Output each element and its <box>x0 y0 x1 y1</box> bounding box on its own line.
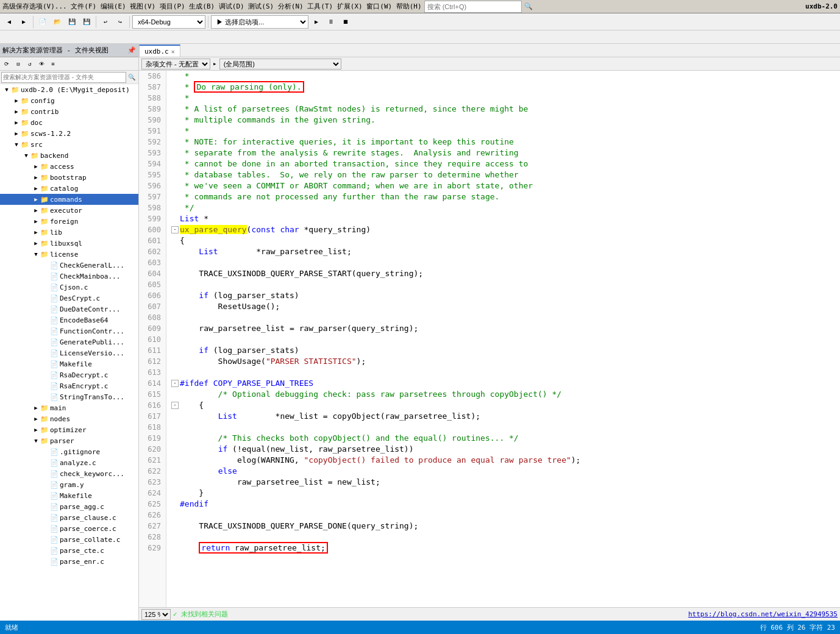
tree-item[interactable]: ▶📁catalog <box>0 183 138 194</box>
tree-item[interactable]: 📄EncodeBase64 <box>0 315 138 326</box>
stop-btn[interactable]: ⏹ <box>339 15 352 29</box>
tree-item[interactable]: ▶📁config <box>0 95 138 106</box>
tree-toggle-icon[interactable]: ▶ <box>12 107 21 116</box>
tree-item[interactable]: 📄parse_coerce.c <box>0 523 138 534</box>
tree-toggle-icon[interactable]: ▶ <box>32 239 40 248</box>
code-line[interactable]: /* This checks both copyObject() and the… <box>166 433 840 444</box>
code-line[interactable]: * multiple commands in the given string. <box>166 115 840 126</box>
config-dropdown[interactable]: x64-Debug <box>132 15 205 29</box>
tree-item[interactable]: 📄gram.y <box>0 479 138 490</box>
panel-search-input[interactable] <box>1 72 126 83</box>
tree-item[interactable]: ▶📁executor <box>0 205 138 216</box>
title-search-input[interactable] <box>424 1 522 13</box>
code-line[interactable]: return raw_parsetree_list; <box>166 543 840 554</box>
tree-toggle-icon[interactable]: ▶ <box>32 206 40 215</box>
csdn-url[interactable]: https://blog.csdn.net/weixin_42949535 <box>688 610 838 618</box>
tree-item[interactable]: ▶📁doc <box>0 117 138 128</box>
tree-toggle-icon[interactable]: ▶ <box>12 129 21 138</box>
code-line[interactable]: */ <box>166 202 840 213</box>
code-line[interactable]: List *new_list = copyObject(raw_parsetre… <box>166 411 840 422</box>
back-btn[interactable]: ◀ <box>2 15 16 29</box>
panel-search-icon[interactable]: 🔍 <box>126 72 137 83</box>
tree-toggle-icon[interactable]: ▶ <box>32 426 40 434</box>
tree-toggle-icon[interactable]: ▼ <box>32 250 40 258</box>
tree-toggle-icon[interactable]: ▶ <box>32 162 40 171</box>
code-line[interactable] <box>166 532 840 543</box>
code-line[interactable]: TRACE_UXSINODB_QUERY_PARSE_START(query_s… <box>166 268 840 279</box>
tree-item[interactable]: ▶📁contrib <box>0 106 138 117</box>
code-line[interactable] <box>166 510 840 521</box>
code-line[interactable]: * <box>166 93 840 104</box>
breadcrumb-left-select[interactable]: 杂项文件 - 无配置 <box>141 59 210 69</box>
tree-toggle-icon[interactable]: ▼ <box>2 85 11 94</box>
code-line[interactable]: * we've seen a COMMIT or ABORT command; … <box>166 180 840 191</box>
code-line[interactable]: * database tables. So, we rely on the ra… <box>166 169 840 180</box>
tree-item[interactable]: 📄RsaEncrypt.c <box>0 380 138 391</box>
tree-toggle-icon[interactable]: ▶ <box>32 415 40 423</box>
code-line[interactable]: -#ifdef COPY_PARSE_PLAN_TREES <box>166 378 840 389</box>
code-line[interactable]: * NOTE: for interactive queries, it is i… <box>166 137 840 148</box>
tree-item[interactable]: 📄Makefile <box>0 358 138 369</box>
forward-btn[interactable]: ▶ <box>17 15 30 29</box>
tree-item[interactable]: 📄.gitignore <box>0 446 138 457</box>
tree-toggle-icon[interactable]: ▼ <box>12 140 21 149</box>
tree-toggle-icon[interactable]: ▶ <box>32 217 40 226</box>
tree-item[interactable]: 📄Cjson.c <box>0 282 138 293</box>
code-line[interactable]: TRACE_UXSINODB_QUERY_PARSE_DONE(query_st… <box>166 521 840 532</box>
code-line[interactable]: List * <box>166 213 840 224</box>
tree-item[interactable]: 📄DueDateContr... <box>0 304 138 315</box>
code-line[interactable]: * <box>166 71 840 82</box>
tree-item[interactable]: ▶📁libuxsql <box>0 238 138 249</box>
tree-toggle-icon[interactable]: ▶ <box>32 404 40 412</box>
code-line[interactable]: raw_parsetree_list = raw_parser(query_st… <box>166 323 840 334</box>
tree-item[interactable]: ▼📁parser <box>0 435 138 446</box>
tree-item[interactable]: ▶📁main <box>0 402 138 413</box>
tree-item[interactable]: 📄GeneratePubli... <box>0 337 138 347</box>
code-line[interactable] <box>166 367 840 378</box>
code-line[interactable]: ResetUsage(); <box>166 301 840 312</box>
tree-item[interactable]: ▶📁lib <box>0 227 138 238</box>
start-dropdown[interactable]: ▶ 选择启动项... <box>211 15 308 29</box>
tree-toggle-icon[interactable]: ▶ <box>32 195 40 204</box>
tree-item[interactable]: 📄Makefile <box>0 490 138 501</box>
collapse-btn[interactable]: - <box>171 226 179 233</box>
collapse-btn[interactable]: - <box>171 380 179 387</box>
tree-item[interactable]: 📄parse_cte.c <box>0 545 138 556</box>
tree-item[interactable]: 📄parse_agg.c <box>0 501 138 512</box>
code-line[interactable]: /* Optional debugging check: pass raw pa… <box>166 389 840 400</box>
tree-item[interactable]: 📄StringTransTo... <box>0 391 138 402</box>
tree-item[interactable]: ▶📁access <box>0 161 138 172</box>
tree-toggle-icon[interactable]: ▼ <box>32 436 40 445</box>
panel-sync-btn[interactable]: ⟳ <box>1 59 12 69</box>
tree-toggle-icon[interactable]: ▶ <box>32 184 40 193</box>
tree-toggle-icon[interactable]: ▼ <box>22 151 30 160</box>
tree-item[interactable]: ▼📁src <box>0 139 138 150</box>
run-btn[interactable]: ▶ <box>310 15 323 29</box>
tree-item[interactable]: 📄DesCrypt.c <box>0 293 138 304</box>
debug-btn[interactable]: ⏸ <box>324 15 338 29</box>
code-line[interactable]: raw_parsetree_list = new_list; <box>166 477 840 488</box>
code-line[interactable]: if (!equal(new_list, raw_parsetree_list)… <box>166 444 840 455</box>
code-line[interactable]: * <box>166 126 840 137</box>
tree-item[interactable]: ▼📁backend <box>0 150 138 161</box>
save-btn[interactable]: 💾 <box>65 15 79 29</box>
code-line[interactable]: -ux_parse_query(const char *query_string… <box>166 224 840 235</box>
tree-item[interactable]: 📄RsaDecrypt.c <box>0 369 138 380</box>
new-file-btn[interactable]: 📄 <box>36 15 49 29</box>
zoom-select[interactable]: 125 % <box>141 609 171 620</box>
panel-refresh-btn[interactable]: ↺ <box>24 59 35 69</box>
tree-item[interactable]: 📄analyze.c <box>0 457 138 468</box>
tree-item[interactable]: 📄parse_clause.c <box>0 512 138 523</box>
tree-item[interactable]: ▶📁bootstrap <box>0 172 138 183</box>
panel-settings-btn[interactable]: ≡ <box>48 59 59 69</box>
tree-toggle-icon[interactable]: ▶ <box>12 96 21 105</box>
panel-view-btn[interactable]: 👁 <box>36 59 47 69</box>
tree-item[interactable]: 📄check_keyworc... <box>0 468 138 479</box>
tree-item[interactable]: 📄CheckMainboa... <box>0 271 138 282</box>
code-line[interactable]: * commands are not processed any further… <box>166 191 840 202</box>
open-file-btn[interactable]: 📂 <box>51 15 64 29</box>
tree-item[interactable]: ▶📁scws-1.2.2 <box>0 128 138 139</box>
code-line[interactable]: } <box>166 488 840 499</box>
code-line[interactable]: { <box>166 235 840 246</box>
tree-item[interactable]: ▶📁optimizer <box>0 424 138 435</box>
